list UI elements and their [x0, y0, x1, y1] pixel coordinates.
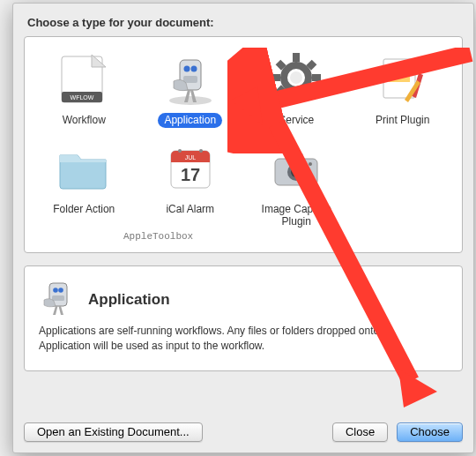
- automator-app-icon: [39, 279, 78, 320]
- description-text: Applications are self-running workflows.…: [39, 324, 448, 355]
- type-service[interactable]: Service: [248, 48, 346, 128]
- svg-text:JUL: JUL: [185, 154, 197, 161]
- svg-point-33: [53, 288, 58, 293]
- svg-rect-12: [312, 74, 321, 81]
- type-print-plugin[interactable]: Print Plugin: [354, 48, 452, 128]
- svg-rect-11: [271, 74, 280, 81]
- svg-point-3: [169, 96, 212, 105]
- description-panel: Application Applications are self-runnin…: [24, 265, 463, 371]
- type-label: Workflow: [56, 113, 112, 128]
- svg-rect-19: [389, 66, 410, 82]
- svg-point-17: [290, 71, 302, 84]
- type-image-capture-plugin[interactable]: Image Capture Plugin: [248, 137, 346, 229]
- camera-icon: [265, 138, 327, 198]
- workflow-icon: WFLOW: [53, 49, 115, 109]
- watermark-text: AppleToolbox: [123, 231, 451, 242]
- svg-point-34: [58, 288, 63, 293]
- type-label: iCal Alarm: [160, 202, 220, 217]
- type-folder-action[interactable]: Folder Action: [35, 137, 133, 229]
- svg-rect-28: [287, 153, 303, 161]
- svg-rect-7: [183, 76, 197, 83]
- svg-rect-35: [52, 295, 64, 301]
- type-grid: WFLOW Workflow: [35, 48, 451, 229]
- svg-text:17: 17: [181, 165, 200, 184]
- type-label: Print Plugin: [369, 113, 435, 128]
- close-button[interactable]: Close: [332, 422, 388, 442]
- type-application[interactable]: Application: [142, 48, 240, 128]
- svg-point-5: [183, 66, 190, 72]
- type-label: Image Capture Plugin: [252, 202, 340, 229]
- description-title: Application: [88, 291, 170, 309]
- type-ical-alarm[interactable]: JUL 17 iCal Alarm: [142, 137, 240, 229]
- svg-rect-9: [293, 53, 300, 62]
- type-label: Application: [158, 113, 222, 128]
- button-bar: Open an Existing Document... Close Choos…: [24, 412, 463, 442]
- type-grid-panel: WFLOW Workflow: [24, 36, 463, 253]
- type-label: Service: [272, 113, 320, 128]
- gear-icon: [265, 49, 327, 109]
- svg-point-31: [309, 162, 312, 166]
- prompt-label: Choose a type for your document:: [27, 16, 459, 29]
- svg-point-30: [291, 167, 301, 177]
- ical-icon: JUL 17: [160, 138, 221, 198]
- svg-point-26: [199, 149, 203, 153]
- svg-point-25: [178, 149, 182, 153]
- type-label: Folder Action: [47, 202, 121, 217]
- choose-button[interactable]: Choose: [397, 422, 463, 442]
- svg-rect-10: [293, 93, 300, 102]
- automator-app-icon: [160, 49, 221, 109]
- folder-icon: [53, 138, 115, 198]
- type-workflow[interactable]: WFLOW Workflow: [35, 48, 133, 128]
- svg-text:WFLOW: WFLOW: [71, 94, 94, 101]
- svg-point-6: [190, 66, 197, 72]
- type-chooser-sheet: Choose a type for your document: WFLOW W…: [12, 3, 474, 453]
- print-plugin-icon: [372, 49, 434, 109]
- open-existing-button[interactable]: Open an Existing Document...: [24, 422, 203, 442]
